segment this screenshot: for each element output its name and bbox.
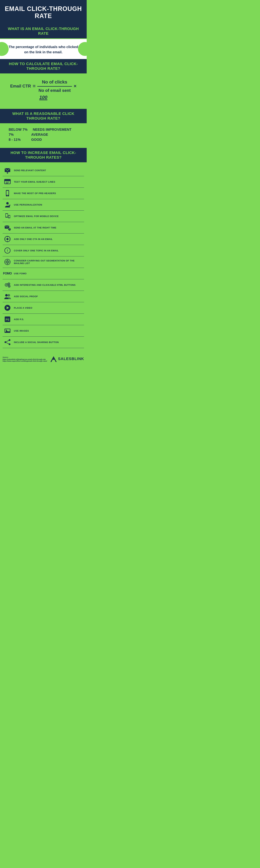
tip-row-11: ADD INTERESTING AND CLICKABLE HTML BUTTO… — [3, 279, 84, 291]
fomo-icon: FOMO — [3, 270, 11, 277]
tip-text-4: USE PERSONALIZATION — [14, 204, 42, 206]
svg-point-40 — [5, 294, 8, 297]
email-send-icon — [3, 166, 11, 174]
tip-text-8: COVER ONLY ONE TOPIC IN AN EMAIL — [14, 249, 59, 252]
mobile-phone-icon — [3, 189, 11, 197]
svg-line-54 — [5, 342, 9, 344]
tip-row-1: SEND RELEVANT CONTENT — [3, 165, 84, 176]
svg-text:PS: PS — [5, 318, 9, 321]
html-buttons-icon — [3, 281, 11, 289]
images-icon — [3, 327, 11, 335]
main-title: EMAIL CLICK-THROUGH RATE — [3, 5, 83, 20]
tip-row-5: OPTIMIZE EMAIL FOR MOBILE DEVICE — [3, 211, 84, 222]
svg-point-39 — [9, 286, 9, 287]
tip-text-14: ADD P.S. — [14, 318, 24, 321]
source-url-2: https://www.superoffice.com/blog/email-c… — [3, 360, 47, 362]
rate-table: BELOW 7% NEEDS IMPROVEMENT 7% AVERAGE 8 … — [3, 124, 83, 145]
svg-rect-8 — [6, 191, 8, 195]
tip-text-11: ADD INTERESTING AND CLICKABLE HTML BUTTO… — [14, 284, 76, 286]
svg-text:!: ! — [7, 249, 8, 252]
calculate-title: HOW TO CALCULATE EMAIL CLICK-THROUGH RAT… — [5, 61, 81, 71]
increase-section: SEND RELEVANT CONTENT TEST YOUR EMAIL SU… — [0, 163, 87, 353]
tip-row-4: USE PERSONALIZATION — [3, 199, 84, 211]
formula-ctr-label: Email CTR — [10, 84, 31, 89]
tip-row-6: SEND AN EMAIL AT THE RIGHT TIME — [3, 222, 84, 234]
tip-row-8: ! COVER ONLY ONE TOPIC IN AN EMAIL — [3, 245, 84, 256]
svg-point-10 — [6, 202, 9, 205]
social-proof-icon — [3, 292, 11, 300]
svg-point-22 — [6, 238, 8, 240]
formula-numerator: No of clicks — [37, 79, 72, 85]
tip-row-7: ADD ONLY ONE CTA IN AN EMAIL — [3, 234, 84, 245]
increase-header: HOW TO INCREASE EMAIL CLICK-THROUGH RATE… — [0, 148, 87, 162]
personalization-icon — [3, 201, 11, 209]
tip-text-5: OPTIMIZE EMAIL FOR MOBILE DEVICE — [14, 215, 59, 218]
rate-row-2: 7% AVERAGE — [9, 133, 78, 136]
reasonable-section: BELOW 7% NEEDS IMPROVEMENT 7% AVERAGE 8 … — [0, 124, 87, 148]
formula-box: Email CTR = No of clicks No of email sen… — [3, 76, 83, 104]
clock-email-icon — [3, 224, 11, 231]
tip-text-10: USE FOMO — [14, 272, 27, 275]
svg-point-9 — [7, 195, 8, 196]
tip-row-14: PS ADD P.S. — [3, 314, 84, 325]
svg-point-13 — [6, 218, 7, 218]
svg-point-41 — [8, 294, 10, 297]
footer-logo: SALESBLINK — [50, 356, 84, 362]
formula-equals: = — [33, 83, 36, 89]
svg-point-35 — [6, 284, 7, 285]
segmentation-icon — [3, 258, 11, 266]
formula-section: Email CTR = No of clicks No of email sen… — [0, 74, 87, 109]
header-section: EMAIL CLICK-THROUGH RATE — [0, 0, 87, 24]
svg-point-16 — [9, 218, 9, 218]
email-subject-icon — [3, 178, 11, 186]
source-label: Source : — [3, 356, 47, 358]
tip-row-10: FOMO USE FOMO — [3, 268, 84, 279]
tip-row-13: PLACE A VIDEO — [3, 302, 84, 314]
footer-section: Source : https://salesblink.io/blog/impr… — [0, 353, 87, 365]
rate-label-2: AVERAGE — [31, 133, 48, 136]
tips-list: SEND RELEVANT CONTENT TEST YOUR EMAIL SU… — [0, 163, 87, 350]
svg-rect-12 — [6, 214, 8, 217]
rate-label-1: NEEDS IMPROVEMENT — [33, 128, 71, 132]
formula-divider — [37, 86, 72, 87]
rate-label-3: GOOD — [31, 138, 42, 142]
mobile-optimize-icon — [3, 212, 11, 220]
rate-value-2: 7% — [9, 133, 26, 136]
tip-text-2: TEST YOUR EMAIL SUBJECT LINES — [14, 181, 55, 183]
svg-marker-2 — [6, 173, 8, 174]
tip-text-13: PLACE A VIDEO — [14, 307, 32, 309]
rate-value-3: 8 - 11% — [9, 138, 26, 142]
cta-single-icon — [3, 235, 11, 243]
svg-rect-4 — [4, 179, 10, 181]
video-icon — [3, 304, 11, 312]
tip-text-1: SEND RELEVANT CONTENT — [14, 169, 46, 172]
tip-text-9: CONSIDER CARRYING OUT SEGMENTATION OF TH… — [14, 259, 83, 265]
tip-row-16: INCLUDE A SOCIAL SHARING BUTTON — [3, 337, 84, 348]
formula-hundred: 100 — [39, 95, 47, 100]
what-is-content: The percentage of individuals who clicke… — [0, 39, 87, 59]
tip-text-7: ADD ONLY ONE CTA IN AN EMAIL — [14, 238, 53, 241]
salesblink-logo-icon — [50, 356, 57, 362]
salesblink-logo-text: SALESBLINK — [58, 356, 84, 361]
reasonable-header: WHAT IS A REASONABLE CLICK THROUGH RATE? — [0, 109, 87, 123]
source-url-1: https://salesblink.io/blog/improve-email… — [3, 359, 47, 360]
topic-one-icon: ! — [3, 247, 11, 254]
svg-rect-15 — [8, 216, 10, 218]
social-share-icon — [3, 338, 11, 346]
formula-multiply: × — [74, 83, 76, 89]
tip-text-12: ADD SOCIAL PROOF — [14, 295, 38, 298]
rate-value-1: BELOW 7% — [9, 128, 28, 132]
tip-row-12: ADD SOCIAL PROOF — [3, 291, 84, 302]
tip-text-16: INCLUDE A SOCIAL SHARING BUTTON — [14, 341, 59, 344]
tip-row-2: TEST YOUR EMAIL SUBJECT LINES — [3, 176, 84, 188]
footer-sources: Source : https://salesblink.io/blog/impr… — [3, 356, 47, 362]
tip-text-6: SEND AN EMAIL AT THE RIGHT TIME — [14, 226, 56, 229]
tip-row-3: MAKE THE MOST OF PRE-HEADERS — [3, 188, 84, 199]
tip-text-15: USE IMAGES — [14, 330, 29, 332]
what-is-description: The percentage of individuals who clicke… — [7, 44, 80, 55]
tip-row-15: USE IMAGES — [3, 325, 84, 337]
svg-line-53 — [5, 340, 9, 342]
formula-row: Email CTR = No of clicks No of email sen… — [9, 79, 78, 100]
what-is-header: WHAT IS AN EMAIL CLICK-THROUGH RATE — [0, 24, 87, 38]
formula-denominator: No of email sent — [37, 88, 72, 93]
